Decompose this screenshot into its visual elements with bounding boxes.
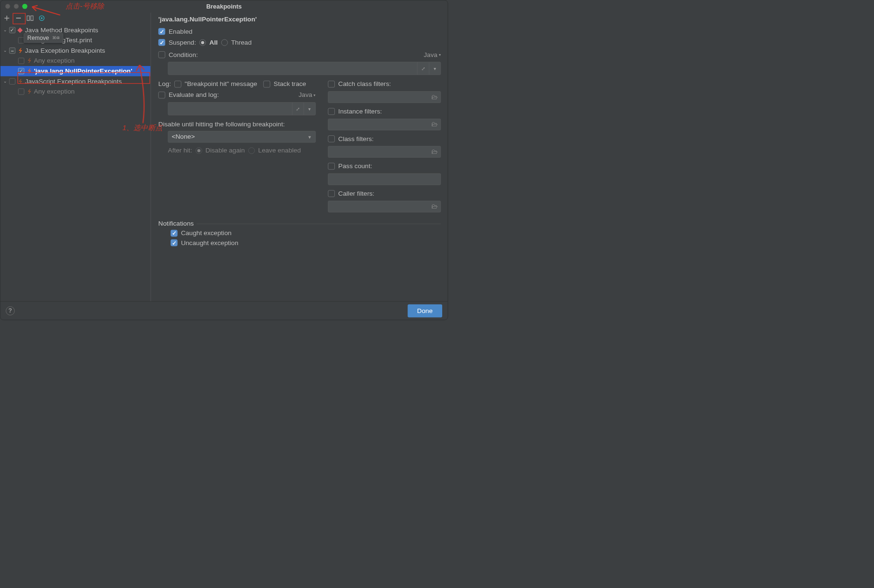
- disable-until-label: Disable until hitting the following brea…: [158, 121, 315, 128]
- dialog-footer: ? Done: [0, 301, 448, 320]
- condition-checkbox[interactable]: [158, 51, 165, 58]
- dropdown-arrow-icon: ▼: [307, 134, 312, 140]
- remove-breakpoint-icon[interactable]: [15, 14, 22, 22]
- combo-value: <None>: [171, 133, 195, 141]
- after-hit-label: After hit:: [168, 147, 192, 154]
- window-title: Breakpoints: [206, 3, 242, 10]
- dropdown-arrow-icon[interactable]: ▾: [304, 103, 315, 115]
- suspend-all-label: All: [209, 38, 218, 46]
- maximize-window-icon[interactable]: [22, 4, 28, 9]
- svg-rect-1: [31, 16, 33, 20]
- svg-rect-0: [27, 16, 29, 20]
- dropdown-arrow-icon[interactable]: ▾: [314, 93, 315, 97]
- tree-label: JavaScript Exception Breakpoints: [25, 77, 122, 85]
- close-window-icon[interactable]: [5, 4, 10, 9]
- after-disable-label: Disable again: [206, 147, 245, 154]
- class-filter-input[interactable]: 🗁: [328, 146, 441, 157]
- checkbox[interactable]: [18, 88, 24, 95]
- log-hit-checkbox[interactable]: [174, 81, 181, 87]
- pass-count-input[interactable]: [328, 173, 441, 185]
- checkbox[interactable]: [18, 68, 24, 74]
- folder-icon[interactable]: 🗁: [431, 121, 438, 128]
- breakpoint-tree[interactable]: ⌄ Java Method Breakpoints bug.DebugTest.…: [0, 24, 151, 301]
- help-button[interactable]: ?: [6, 306, 15, 315]
- instance-filter-input[interactable]: 🗁: [328, 119, 441, 130]
- catch-filter-checkbox[interactable]: [328, 81, 334, 87]
- caught-label: Caught exception: [181, 229, 231, 237]
- suspend-all-radio[interactable]: [200, 39, 206, 46]
- exception-breakpoint-icon: ϟ: [26, 89, 32, 94]
- eval-lang-label[interactable]: Java: [298, 91, 312, 99]
- suspend-thread-radio[interactable]: [221, 39, 228, 46]
- suspend-checkbox[interactable]: [158, 39, 165, 46]
- caller-filter-label: Caller filters:: [338, 190, 374, 198]
- catch-filter-input[interactable]: 🗁: [328, 91, 441, 103]
- chevron-down-icon[interactable]: ⌄: [2, 78, 8, 84]
- caught-checkbox[interactable]: [171, 230, 177, 237]
- dropdown-arrow-icon[interactable]: ▾: [439, 53, 441, 57]
- disable-until-combo[interactable]: <None> ▼: [168, 131, 316, 142]
- log-stack-checkbox[interactable]: [263, 81, 270, 87]
- folder-icon[interactable]: 🗁: [431, 148, 438, 156]
- tree-label: Any exception: [34, 57, 75, 65]
- notifications-label: Notifications: [158, 220, 194, 228]
- breakpoint-details-panel: 'java.lang.NullPointerException' Enabled…: [151, 13, 448, 302]
- uncaught-checkbox[interactable]: [171, 239, 177, 246]
- enabled-label: Enabled: [169, 28, 192, 35]
- caller-filter-input[interactable]: 🗁: [328, 201, 441, 212]
- after-disable-radio: [196, 147, 202, 154]
- uncaught-label: Uncaught exception: [181, 239, 238, 247]
- chevron-down-icon[interactable]: ⌄: [2, 27, 8, 32]
- checkbox[interactable]: [9, 47, 15, 54]
- suspend-label: Suspend:: [169, 38, 196, 46]
- add-breakpoint-icon[interactable]: [3, 14, 10, 22]
- checkbox[interactable]: [18, 58, 24, 64]
- checkbox[interactable]: [9, 78, 15, 85]
- tooltip-shortcut: ⌘⌫: [52, 35, 59, 41]
- instance-filter-checkbox[interactable]: [328, 108, 334, 115]
- tree-item[interactable]: ϟ Any exception: [0, 56, 151, 66]
- tree-group-java-exception[interactable]: ⌄ ϟ Java Exception Breakpoints: [0, 46, 151, 56]
- tree-item-selected[interactable]: ϟ 'java.lang.NullPointerException': [0, 66, 151, 76]
- minimize-window-icon[interactable]: [14, 4, 19, 9]
- exception-breakpoint-icon: ϟ: [17, 48, 23, 53]
- class-filter-checkbox[interactable]: [328, 135, 334, 142]
- chevron-down-icon[interactable]: ⌄: [2, 47, 8, 53]
- expand-icon[interactable]: ⤢: [417, 62, 428, 75]
- condition-lang-label[interactable]: Java: [424, 51, 437, 58]
- exception-breakpoint-icon: ϟ: [26, 69, 32, 74]
- tree-label: 'java.lang.NullPointerException': [34, 67, 132, 75]
- caller-filter-checkbox[interactable]: [328, 190, 334, 197]
- tree-group-js-exception[interactable]: ⌄ ϟ JavaScript Exception Breakpoints: [0, 76, 151, 87]
- title-bar: Breakpoints: [0, 0, 448, 13]
- class-filter-label: Class filters:: [338, 135, 373, 142]
- enabled-checkbox[interactable]: [158, 28, 165, 35]
- tree-item[interactable]: bug.DebugTest.print: [0, 35, 151, 46]
- eval-checkbox[interactable]: [158, 92, 165, 98]
- group-by-icon[interactable]: [26, 14, 34, 22]
- breakpoints-dialog: Breakpoints ⌄ Java Method Breakpoints: [0, 0, 448, 320]
- tree-group-java-method[interactable]: ⌄ Java Method Breakpoints: [0, 25, 151, 36]
- folder-icon[interactable]: 🗁: [431, 203, 438, 210]
- view-options-icon[interactable]: [38, 14, 46, 22]
- pass-count-checkbox[interactable]: [328, 163, 334, 170]
- after-leave-label: Leave enabled: [258, 147, 301, 154]
- catch-filter-label: Catch class filters:: [338, 80, 391, 88]
- folder-icon[interactable]: 🗁: [431, 94, 438, 101]
- divider: [197, 224, 441, 224]
- tree-item[interactable]: ϟ Any exception: [0, 86, 151, 97]
- condition-label: Condition:: [169, 51, 198, 58]
- condition-input[interactable]: ⤢ ▾: [168, 62, 441, 75]
- dropdown-arrow-icon[interactable]: ▾: [429, 62, 440, 75]
- suspend-thread-label: Thread: [231, 38, 251, 46]
- eval-label: Evaluate and log:: [169, 91, 219, 99]
- eval-input[interactable]: ⤢ ▾: [168, 102, 316, 115]
- breakpoint-tree-panel: ⌄ Java Method Breakpoints bug.DebugTest.…: [0, 13, 151, 302]
- checkbox[interactable]: [9, 27, 15, 33]
- expand-icon[interactable]: ⤢: [292, 103, 304, 115]
- tree-label: Java Exception Breakpoints: [25, 47, 105, 55]
- log-stack-label: Stack trace: [274, 80, 306, 88]
- exception-breakpoint-icon: ϟ: [26, 58, 32, 63]
- done-button[interactable]: Done: [408, 304, 442, 317]
- tree-label: Any exception: [34, 88, 75, 95]
